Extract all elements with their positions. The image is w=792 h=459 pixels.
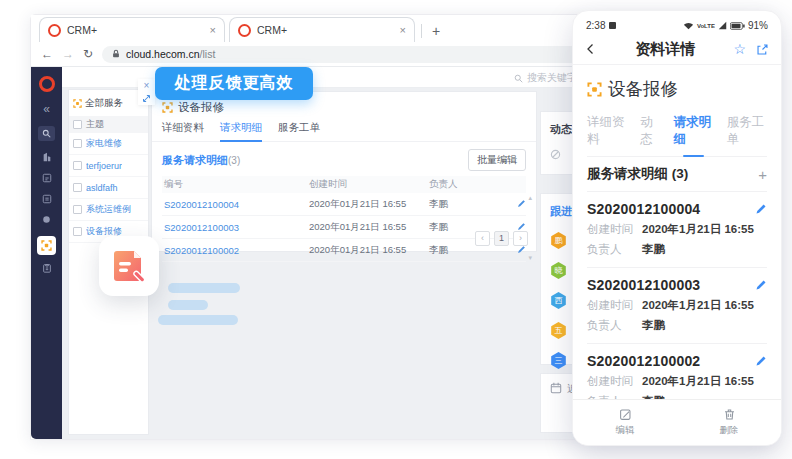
record-link[interactable]: 家电维修 (86, 137, 122, 150)
request-id-link[interactable]: S2020012100004 (164, 199, 239, 210)
avatar[interactable]: 晓 (550, 262, 567, 279)
scroll-up-icon[interactable]: ▴ (528, 194, 532, 201)
field-value: 李鹏 (642, 242, 665, 257)
screenshot-icon (609, 22, 616, 29)
request-number: S2020012100004 (587, 201, 700, 217)
row-checkbox[interactable] (73, 227, 82, 236)
add-icon[interactable]: + (758, 166, 767, 183)
prev-page-button[interactable]: ‹ (475, 231, 490, 246)
page-title: 资料详情 (597, 40, 733, 59)
detail-tabs: 详细资料 请求明细 服务工单 (152, 117, 536, 142)
edit-pencil-icon[interactable] (517, 199, 526, 208)
share-icon[interactable] (756, 43, 769, 56)
avatar[interactable]: 五 (550, 322, 567, 339)
tab-close-icon[interactable]: × (400, 25, 406, 36)
row-checkbox[interactable] (73, 205, 82, 214)
search-icon (514, 74, 523, 83)
crm-logo-icon (39, 76, 55, 92)
tab-work-order[interactable]: 服务工单 (727, 114, 767, 148)
avatar[interactable]: 西 (550, 292, 567, 309)
request-id-link[interactable]: S2020012100003 (164, 222, 239, 233)
tab-close-icon[interactable]: × (210, 25, 216, 36)
url-host: cloud.hecom.cn (126, 48, 200, 60)
avatar[interactable]: 三 (550, 352, 567, 369)
select-all-checkbox[interactable] (73, 120, 82, 129)
document-edit-icon (112, 248, 146, 284)
field-value: 2020年1月21日 16:55 (642, 222, 754, 237)
row-checkbox[interactable] (73, 139, 82, 148)
edit-action[interactable]: 编辑 (573, 400, 677, 445)
request-card[interactable]: S2020012100003 创建时间2020年1月21日 16:55 负责人李… (587, 268, 767, 344)
request-card[interactable]: S2020012100004 创建时间2020年1月21日 16:55 负责人李… (587, 192, 767, 268)
expand-icon[interactable] (142, 94, 151, 103)
detail-panel: 设备报修 详细资料 请求明细 服务工单 服务请求明细(3) 批量编辑 编号 (151, 91, 537, 252)
record-link[interactable]: 系统运维例 (86, 203, 131, 216)
record-link[interactable]: asldfafh (86, 183, 118, 193)
forward-icon[interactable]: → (62, 48, 74, 60)
detail-title: 设备报修 (178, 100, 224, 115)
tab-work-order[interactable]: 服务工单 (278, 121, 320, 141)
new-tab-button[interactable]: + (432, 23, 440, 42)
favorite-star-icon[interactable]: ☆ (733, 42, 746, 56)
back-icon[interactable] (585, 43, 597, 55)
search-icon[interactable] (38, 126, 55, 141)
browser-tab-1[interactable]: CRM+ × (39, 17, 225, 42)
request-number: S2020012100003 (587, 277, 700, 293)
crm-favicon-icon (238, 24, 251, 37)
table-row: S2020012100002 2020年01月21日 16:55 李鹏 (162, 239, 526, 262)
lock-icon (111, 49, 121, 59)
collapse-sidebar-icon[interactable]: « (43, 103, 50, 115)
sidebar-item-service-active[interactable] (37, 236, 56, 255)
browser-tab-2[interactable]: CRM+ × (229, 17, 415, 42)
clipboard-icon[interactable] (42, 263, 52, 273)
delete-action[interactable]: 删除 (677, 400, 781, 445)
volte-badge: VoLTE (697, 23, 715, 29)
list-item: terfjoerur (69, 155, 148, 177)
tab-profile[interactable]: 详细资料 (587, 114, 627, 148)
section-row: 服务请求明细(3) 批量编辑 (152, 142, 536, 176)
field-label: 创建时间 (587, 222, 642, 237)
tab-profile[interactable]: 详细资料 (162, 121, 204, 141)
batch-edit-button[interactable]: 批量编辑 (468, 149, 526, 171)
reload-icon[interactable]: ↻ (83, 48, 93, 60)
phone-tabs: 详细资料 动态 请求明细 服务工单 (587, 114, 767, 157)
request-table: 编号 创建时间 负责人 S2020012100004 2020年01月21日 1… (162, 176, 526, 262)
edit-pencil-icon[interactable] (755, 355, 767, 367)
tab-request-detail[interactable]: 请求明细 (220, 121, 262, 142)
section-count: (3) (228, 155, 240, 166)
col-time: 创建时间 (309, 178, 429, 191)
avatar[interactable]: 鹏 (550, 232, 567, 249)
organization-icon[interactable] (42, 152, 52, 162)
next-page-button[interactable]: › (513, 231, 528, 246)
list-panel-header: 全部服务 (69, 90, 148, 116)
col-owner: 负责人 (429, 178, 504, 191)
row-checkbox[interactable] (73, 161, 82, 170)
record-link[interactable]: terfjoerur (86, 161, 122, 171)
row-checkbox[interactable] (73, 183, 82, 192)
battery-icon (730, 22, 745, 30)
close-icon[interactable]: × (144, 81, 150, 91)
status-time: 2:38 (586, 20, 605, 31)
created-time: 2020年01月21日 16:55 (309, 244, 429, 257)
module-card-icon[interactable] (42, 194, 52, 204)
tab-request-detail[interactable]: 请求明细 (673, 114, 713, 148)
phone-body: 设备报修 详细资料 动态 请求明细 服务工单 服务请求明细 (3) + S202… (573, 77, 781, 446)
section-title: 服务请求明细 (3) (587, 165, 688, 183)
object-icon (162, 102, 173, 113)
tab-feed[interactable]: 动态 (640, 114, 660, 148)
module-card-icon[interactable] (42, 173, 52, 183)
record-title: 设备报修 (608, 77, 678, 101)
page-number[interactable]: 1 (494, 231, 509, 246)
list-panel-title: 全部服务 (85, 97, 123, 110)
request-id-link[interactable]: S2020012100002 (164, 245, 239, 256)
created-time: 2020年01月21日 16:55 (309, 198, 429, 211)
back-icon[interactable]: ← (41, 48, 53, 60)
edit-pencil-icon[interactable] (517, 222, 526, 231)
request-number: S2020012100002 (587, 353, 700, 369)
skeleton-bar (168, 283, 240, 293)
edit-pencil-icon[interactable] (755, 279, 767, 291)
edit-pencil-icon[interactable] (755, 203, 767, 215)
dot-icon[interactable] (42, 215, 51, 224)
feature-callout: 处理反馈更高效 (155, 67, 313, 100)
scroll-down-icon[interactable]: ▾ (528, 254, 532, 261)
